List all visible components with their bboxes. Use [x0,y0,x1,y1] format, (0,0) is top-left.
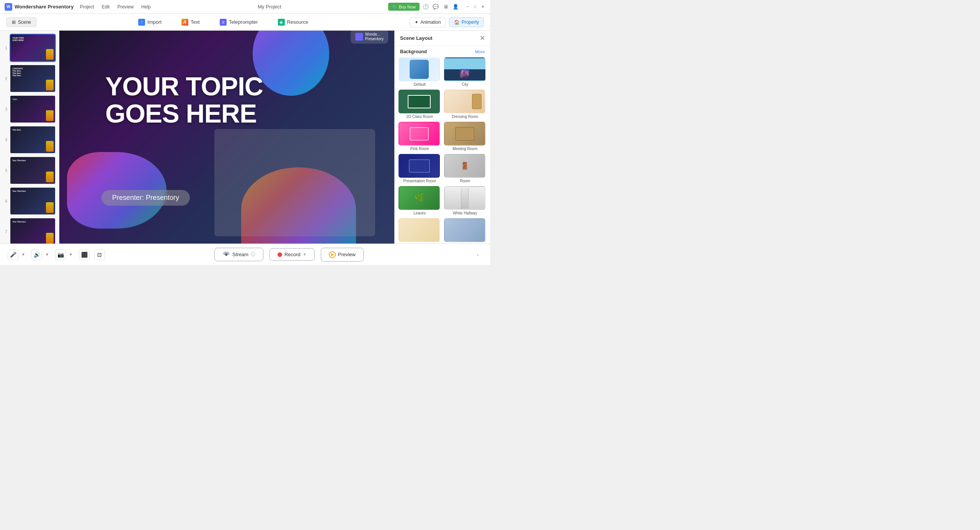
stream-button[interactable]: Stream ⓘ [214,248,263,261]
bg-champagne[interactable]: Champagne Gradient [399,218,441,244]
menu-bar: Project Edit Preview Help [80,4,150,10]
bg-label-dressing: Dressing Room [444,115,487,119]
slide-panel: 1 YOUR TOPICGOES HERE 2 CONTENTSTitle He… [0,31,59,244]
slide-thumb-7[interactable]: Your Title Here [10,218,56,244]
slide-item[interactable]: 3 Topic [3,95,56,123]
slide-item[interactable]: 7 Your Title Here [3,218,56,244]
record-chevron-icon[interactable]: ▼ [303,252,307,257]
bg-thumb-room[interactable]: 🚪 [444,154,485,178]
property-button[interactable]: 🏠 Property [449,17,484,27]
bg-leaves[interactable]: 🌿 Leaves [399,186,441,215]
teleprompter-button[interactable]: ≡ Teleprompter [216,16,262,28]
bg-meetingroom[interactable]: Meeting Room [444,122,487,151]
bg-pinkroom[interactable]: Pink Room [399,122,441,151]
mic-button[interactable]: 🎤 [8,249,18,260]
clock-icon[interactable]: 🕐 [423,4,429,10]
title-icons: 🕐 💬 🖥 👤 [423,4,459,10]
preview-button[interactable]: Preview [321,248,364,262]
chat-icon[interactable]: 💬 [433,4,439,10]
maximize-button[interactable]: □ [472,4,478,10]
bg-label-presentation: Presentation Room [399,179,441,183]
camera-button[interactable]: 📷 [55,249,66,260]
avatar-6 [46,202,54,213]
close-panel-button[interactable]: ✕ [480,34,485,42]
text-button[interactable]: A Text [178,16,204,28]
screen-share-button[interactable]: ⬛ [79,249,90,260]
user-icon[interactable]: 👤 [452,4,459,10]
bg-presentationroom[interactable]: Presentation Room [399,154,441,183]
background-title: Background [400,49,427,54]
bg-thumb-hallway[interactable] [444,186,485,210]
menu-project[interactable]: Project [80,4,94,10]
slide-item[interactable]: 4 Title Here [3,126,56,154]
bottom-right-controls: ‹ [473,250,482,259]
text-icon: A [181,19,188,26]
scene-button[interactable]: ⊞ Scene [6,17,37,27]
bg-thumb-leaves[interactable]: 🌿 [399,186,440,210]
panel-title: Scene Layout [400,35,433,41]
slide-item[interactable]: 6 Your Title Here [3,187,56,215]
bg-thumb-presentation[interactable] [399,154,440,178]
screen-icon[interactable]: 🖥 [443,4,449,10]
record-button[interactable]: Record ▼ [270,248,315,261]
bg-thumb-pink[interactable] [399,122,440,146]
avatar-2 [46,80,54,90]
canvas-area: YOUR TOPIC GOES HERE Presenter: Presento… [59,31,394,244]
slide-item[interactable]: 2 CONTENTSTitle HereTitle HereTitle Here [3,64,56,93]
bg-thumb-2dclass[interactable] [399,90,440,113]
slide-thumb-6[interactable]: Your Title Here [10,187,56,215]
mic-chevron[interactable]: ▼ [20,249,27,260]
bg-thumb-default[interactable] [399,57,440,81]
bg-thumb-dressing[interactable] [444,90,485,113]
camera-group: 📷 ▼ [55,249,74,260]
main-canvas[interactable]: YOUR TOPIC GOES HERE Presenter: Presento… [59,31,394,244]
scene-icon: ⊞ [12,20,16,25]
animation-button[interactable]: ✦ Animation [410,17,446,27]
speaker-button[interactable]: 🔊 [31,249,42,260]
more-link[interactable]: More [475,49,485,54]
bg-thumb-champagne[interactable] [399,218,440,242]
slide-thumb-2[interactable]: CONTENTSTitle HereTitle HereTitle Here [10,64,56,93]
collapse-right-button[interactable]: ‹ [473,250,482,259]
bg-room[interactable]: 🚪 Room [444,154,487,183]
import-button[interactable]: ↑ Import [134,16,165,28]
slide-thumb-1[interactable]: YOUR TOPICGOES HERE [10,34,56,62]
watermark-logo-icon [355,33,363,41]
bg-city[interactable]: 🌆 City [444,57,487,87]
stream-info-icon[interactable]: ⓘ [251,251,255,258]
bg-thumb-meeting[interactable] [444,122,485,146]
bg-default[interactable]: Default [399,57,441,87]
slide-item[interactable]: 1 YOUR TOPICGOES HERE [3,34,56,62]
bg-thumb-city[interactable]: 🌆 [444,57,485,81]
bg-2dclassroom[interactable]: 2D Class Room [399,90,441,119]
avatar-3 [46,110,54,121]
menu-help[interactable]: Help [141,4,151,10]
resource-button[interactable]: ◈ Resource [274,16,312,28]
mic-group: 🎤 ▼ [8,249,27,260]
bg-thumb-bluegrey[interactable] [444,218,485,242]
menu-edit[interactable]: Edit [102,4,110,10]
canvas-main-title: YOUR TOPIC GOES HERE [105,73,263,128]
laptop-prop [214,129,375,236]
bg-whitehallway[interactable]: White Hallway [444,186,487,215]
camera-chevron[interactable]: ▼ [67,249,74,260]
layout-button[interactable]: ⊡ [94,249,105,260]
animation-icon: ✦ [415,20,418,25]
import-icon: ↑ [138,19,145,26]
project-name: My Project [157,4,382,10]
slide-thumb-5[interactable]: Your Title Here [10,156,56,185]
slide-item[interactable]: 5 Your Title Here [3,156,56,185]
slide-thumb-4[interactable]: Title Here [10,126,56,154]
bg-dressingroom[interactable]: Dressing Room [444,90,487,119]
speaker-chevron[interactable]: ▼ [44,249,51,260]
bg-bluegrey[interactable]: Blue Grey Gradient [444,218,487,244]
svg-point-0 [225,254,227,256]
app-name: Wondershare Presentory [15,4,74,10]
buy-now-button[interactable]: 🛒 Buy Now [388,3,420,11]
background-section-header: Background More [395,46,490,57]
close-button[interactable]: ✕ [480,4,485,10]
menu-preview[interactable]: Preview [117,4,134,10]
minimize-button[interactable]: ─ [465,4,470,10]
toolbar: ⊞ Scene ↑ Import A Text ≡ Teleprompter ◈… [0,14,490,31]
slide-thumb-3[interactable]: Topic [10,95,56,123]
